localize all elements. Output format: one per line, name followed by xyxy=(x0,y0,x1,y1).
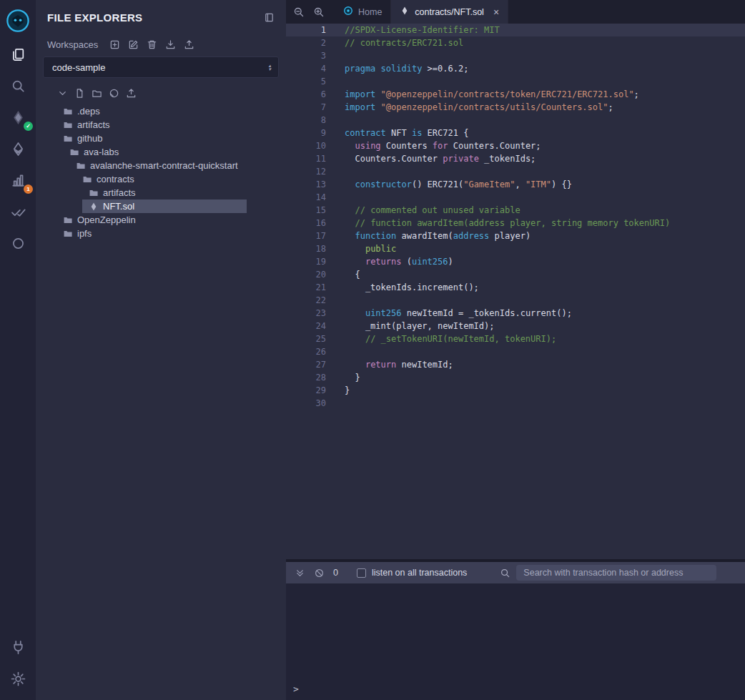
sidebar-solidity-compiler[interactable]: ✓ xyxy=(0,102,36,133)
sidebar-circle-plugin[interactable] xyxy=(0,227,36,259)
line-number: 14 xyxy=(286,191,326,204)
code-line[interactable]: 3 xyxy=(286,49,745,62)
code-token: // function awardItem(address player, st… xyxy=(355,218,670,228)
listen-transactions-checkbox[interactable] xyxy=(357,568,366,578)
sidebar-file-explorer[interactable] xyxy=(0,39,36,70)
code-line[interactable]: 15 // commented out unused variable xyxy=(286,204,745,217)
code-token: newItemId; xyxy=(396,360,453,370)
line-number: 19 xyxy=(286,255,326,268)
tab-contracts-nft-sol[interactable]: contracts/NFT.sol× xyxy=(391,0,508,24)
code-text xyxy=(326,49,345,62)
remix-logo[interactable] xyxy=(0,3,36,39)
terminal-output[interactable]: > xyxy=(286,583,745,700)
tree-item-openzeppelin[interactable]: OpenZeppelin xyxy=(56,213,247,227)
code-token: returns xyxy=(365,257,402,267)
tree-item-nft-sol[interactable]: NFT.sol xyxy=(82,199,247,213)
code-line[interactable]: 26 xyxy=(286,345,745,358)
zoom-in-icon[interactable] xyxy=(313,6,325,18)
code-line[interactable]: 20 { xyxy=(286,268,745,281)
code-token: ; xyxy=(634,89,639,99)
code-line[interactable]: 24 _mint(player, newItemId); xyxy=(286,320,745,332)
code-line[interactable]: 16 // function awardItem(address player,… xyxy=(286,217,745,230)
sidebar-deploy-run[interactable] xyxy=(0,133,36,164)
create-workspace-icon[interactable] xyxy=(109,39,120,50)
github-icon[interactable] xyxy=(109,88,119,99)
code-line[interactable]: 7import "@openzeppelin/contracts/utils/C… xyxy=(286,101,745,114)
panel-book-icon[interactable] xyxy=(264,12,275,23)
sidebar-analytics[interactable]: 1 xyxy=(0,164,36,196)
delete-workspace-icon[interactable] xyxy=(147,39,157,50)
code-line[interactable]: 19 returns (uint256) xyxy=(286,255,745,268)
code-token: // commented out unused variable xyxy=(355,205,520,215)
tree-item-label: ava-labs xyxy=(84,147,119,157)
download-workspace-icon[interactable] xyxy=(165,39,176,50)
sidebar-search[interactable] xyxy=(0,70,36,102)
upload-file-icon[interactable] xyxy=(126,88,137,99)
solidity-file-icon xyxy=(82,202,99,212)
tree-item-artifacts[interactable]: artifacts xyxy=(56,118,247,132)
code-line[interactable]: 4pragma solidity >=0.6.2; xyxy=(286,62,745,75)
rename-workspace-icon[interactable] xyxy=(128,39,139,50)
tab-label: contracts/NFT.sol xyxy=(415,7,484,17)
code-token: _tokenIds; xyxy=(479,154,536,164)
sidebar-unit-testing[interactable] xyxy=(0,196,36,227)
tree-item-ava-labs[interactable]: ava-labs xyxy=(63,145,247,159)
code-line[interactable]: 12 xyxy=(286,165,745,178)
sidebar-plugin-manager[interactable] xyxy=(0,631,36,663)
code-line[interactable]: 5 xyxy=(286,75,745,88)
tree-item-label: NFT.sol xyxy=(103,201,134,212)
new-folder-icon[interactable] xyxy=(92,88,102,99)
code-token: "ITM" xyxy=(526,179,551,189)
tree-item-avalanche-smart-contract-quickstart[interactable]: avalanche-smart-contract-quickstart xyxy=(69,159,247,172)
code-line[interactable]: 29} xyxy=(286,384,745,397)
code-token xyxy=(345,179,355,189)
tree-item-contracts[interactable]: contracts xyxy=(76,172,247,186)
expand-terminal-icon[interactable] xyxy=(295,568,305,578)
code-token: "@openzeppelin/contracts/utils/Counters.… xyxy=(381,102,608,112)
tree-item--deps[interactable]: .deps xyxy=(56,104,247,118)
code-line[interactable]: 17 function awardItem(address player) xyxy=(286,230,745,242)
tab-home[interactable]: Home xyxy=(335,0,391,24)
code-line[interactable]: 13 constructor() ERC721("GameItem", "ITM… xyxy=(286,178,745,191)
folder-icon xyxy=(56,134,73,144)
code-line[interactable]: 18 public xyxy=(286,242,745,255)
workspace-select[interactable]: code-sample ▴▾ xyxy=(43,56,279,78)
new-file-icon[interactable] xyxy=(74,88,85,99)
code-token xyxy=(375,89,380,99)
code-token xyxy=(345,218,355,228)
zoom-out-icon[interactable] xyxy=(293,6,305,18)
code-line[interactable]: 28 } xyxy=(286,371,745,384)
clear-console-icon[interactable] xyxy=(314,568,325,578)
tree-item-ipfs[interactable]: ipfs xyxy=(56,227,247,240)
code-line[interactable]: 22 xyxy=(286,294,745,307)
tree-item-github[interactable]: github xyxy=(56,132,247,145)
code-token: import xyxy=(345,89,375,99)
code-text xyxy=(326,397,345,410)
code-line[interactable]: 10 using Counters for Counters.Counter; xyxy=(286,139,745,152)
code-line[interactable]: 25 // _setTokenURI(newItemId, tokenURI); xyxy=(286,332,745,345)
restore-workspace-icon[interactable] xyxy=(184,39,194,50)
code-editor[interactable]: 1//SPDX-License-Identifier: MIT2// contr… xyxy=(286,24,745,559)
code-line[interactable]: 23 uint256 newItemId = _tokenIds.current… xyxy=(286,307,745,320)
code-token: // contracts/ERC721.sol xyxy=(345,38,463,48)
collapse-chevron-icon[interactable] xyxy=(57,88,68,99)
code-line[interactable]: 30 xyxy=(286,397,745,410)
code-line[interactable]: 1//SPDX-License-Identifier: MIT xyxy=(286,24,745,36)
code-token: ) xyxy=(448,257,453,267)
sidebar-settings[interactable] xyxy=(0,663,36,694)
code-line[interactable]: 8 xyxy=(286,114,745,127)
code-text: constructor() ERC721("GameItem", "ITM") … xyxy=(326,178,572,191)
folder-icon xyxy=(56,229,73,239)
close-icon[interactable]: × xyxy=(493,6,499,18)
code-line[interactable]: 9contract NFT is ERC721 { xyxy=(286,127,745,139)
code-line[interactable]: 2// contracts/ERC721.sol xyxy=(286,36,745,49)
code-token: } xyxy=(345,373,360,383)
code-line[interactable]: 21 _tokenIds.increment(); xyxy=(286,281,745,294)
code-line[interactable]: 27 return newItemId; xyxy=(286,358,745,371)
code-line[interactable]: 14 xyxy=(286,191,745,204)
code-line[interactable]: 6import "@openzeppelin/contracts/token/E… xyxy=(286,88,745,101)
line-number: 1 xyxy=(286,24,326,36)
code-line[interactable]: 11 Counters.Counter private _tokenIds; xyxy=(286,152,745,165)
terminal-search-input[interactable] xyxy=(516,565,716,581)
tree-item-artifacts[interactable]: artifacts xyxy=(82,186,247,199)
